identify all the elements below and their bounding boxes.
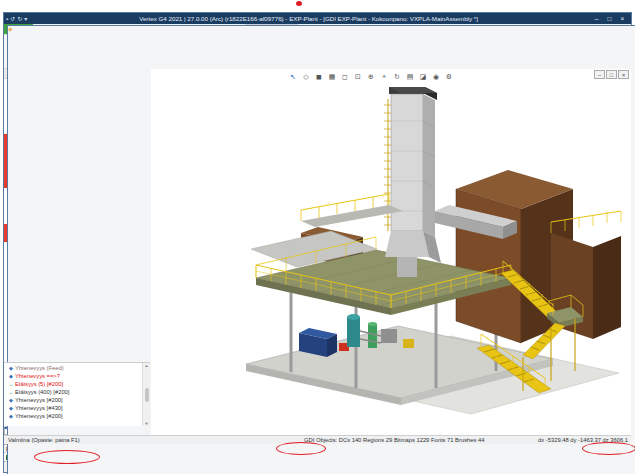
constraint-item[interactable]: ◆Yhtenevyys (Feed)	[4, 364, 142, 372]
constraint-item[interactable]: ◆Yhtenevyys [#200]	[4, 412, 142, 420]
wireframe-icon[interactable]: ▦	[326, 70, 338, 81]
orbit-icon[interactable]: ↻	[391, 70, 403, 81]
mate-constraint-icon: ◆	[7, 365, 15, 371]
distance-constraint-icon: ↔	[7, 389, 15, 395]
3d-viewport[interactable]: ↖◇◼▦◻⊡⊕+↻▤◪◉⚙ – □ ×	[151, 69, 631, 435]
constraint-item[interactable]: ↔Etäisyys (400) [#200]	[4, 388, 142, 396]
constraint-label: Yhtenevyys [#200]	[15, 413, 63, 419]
views-icon[interactable]: ▤	[404, 70, 416, 81]
shaded-icon[interactable]: ◼	[313, 70, 325, 81]
mate-constraint-icon: ◆	[7, 405, 15, 411]
zoom-fit-icon[interactable]: ⊡	[352, 70, 364, 81]
constraint-label: Yhtenevyys ==>?	[15, 373, 60, 379]
quick-access-toolbar: ◈▪↺↻▾	[6, 16, 27, 22]
red-dot-annotation	[296, 1, 302, 6]
constraint-label: Yhtenevyys [#200]	[15, 397, 63, 403]
undo-icon[interactable]: ↺	[10, 16, 15, 22]
status-coordinates: dx -5329.48 dy -1463.37 dz 3606.1	[538, 436, 628, 445]
constraints-scrollbar[interactable]: ▲ ▼	[142, 363, 150, 426]
distance-constraint-icon: ↔	[7, 381, 15, 387]
scroll-thumb[interactable]	[145, 388, 149, 402]
constraint-item[interactable]: ◆Yhtenevyys [#200]	[4, 396, 142, 404]
section-icon[interactable]: ◪	[417, 70, 429, 81]
mate-constraint-icon: ◆	[7, 397, 15, 403]
constraints-list: ◆Yhtenevyys (Feed)◆Yhtenevyys ==>?↔Etäis…	[4, 364, 142, 426]
plane-icon[interactable]: ◇	[300, 70, 312, 81]
scroll-up-icon[interactable]: ▲	[145, 363, 149, 368]
scroll-down-icon[interactable]: ▼	[145, 421, 149, 426]
constraint-label: Yhtenevyys (Feed)	[15, 365, 64, 371]
window-title: Vertex G4 2021 | 27.0.00 (Arc) (r1822E16…	[27, 15, 590, 22]
viewport-maximize-button[interactable]: □	[606, 70, 617, 79]
save-icon[interactable]: ▪	[6, 16, 8, 22]
select-icon[interactable]: ↖	[287, 70, 299, 81]
mate-constraint-icon: ◆	[7, 413, 15, 419]
constraint-label: Etäisyys (400) [#200]	[15, 389, 69, 395]
zoom-area-icon[interactable]: ⊕	[365, 70, 377, 81]
viewport-window-controls: – □ ×	[594, 70, 629, 79]
hidden-line-icon[interactable]: ◻	[339, 70, 351, 81]
status-ready-text: Valmiina (Opaste: paina F1)	[8, 436, 80, 445]
status-bar: Valmiina (Opaste: paina F1) GDI Objects:…	[4, 435, 631, 444]
pan-icon[interactable]: +	[378, 70, 390, 81]
viewport-close-button[interactable]: ×	[618, 70, 629, 79]
render-icon[interactable]: ◉	[430, 70, 442, 81]
redo-icon[interactable]: ↻	[17, 16, 22, 22]
constraint-item[interactable]: ◆Yhtenevyys [#430]	[4, 404, 142, 412]
window-controls: – □ ×	[590, 14, 629, 24]
constraint-label: Etäisyys (5) [#200]	[15, 381, 63, 387]
constraint-item[interactable]: ↔Etäisyys (5) [#200]	[4, 380, 142, 388]
titlebar: ◈▪↺↻▾ Vertex G4 2021 | 27.0.00 (Arc) (r1…	[4, 13, 631, 24]
maximize-button[interactable]: □	[603, 14, 616, 24]
model-chimney[interactable]	[384, 87, 441, 277]
status-gdi-objects: GDI Objects: DCs 140 Regions 29 Bitmaps …	[304, 436, 484, 445]
viewport-toolbar: ↖◇◼▦◻⊡⊕+↻▤◪◉⚙	[151, 70, 591, 82]
settings-icon[interactable]: ⚙	[443, 70, 455, 81]
mate-constraint-icon: ◆	[7, 373, 15, 379]
constraint-item[interactable]: ◆Yhtenevyys ==>?	[4, 372, 142, 380]
constraint-label: Yhtenevyys [#430]	[15, 405, 63, 411]
minimize-button[interactable]: –	[590, 14, 603, 24]
constraints-panel: ◆Yhtenevyys (Feed)◆Yhtenevyys ==>?↔Etäis…	[4, 362, 150, 426]
viewport-minimize-button[interactable]: –	[594, 70, 605, 79]
plant-3d-model[interactable]	[151, 81, 631, 435]
vertex-g4-window: ◈▪↺↻▾ Vertex G4 2021 | 27.0.00 (Arc) (r1…	[3, 12, 632, 473]
close-button[interactable]: ×	[616, 14, 629, 24]
